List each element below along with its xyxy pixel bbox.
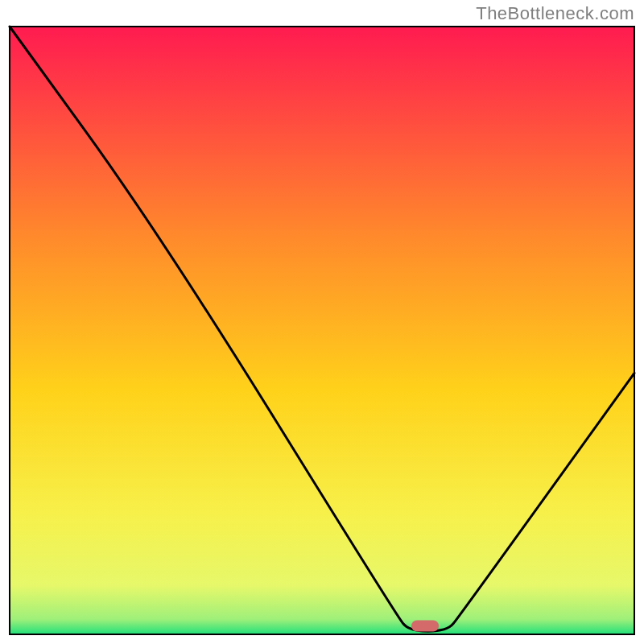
optimal-marker xyxy=(411,620,439,631)
chart-container: TheBottleneck.com xyxy=(0,0,644,644)
watermark-text: TheBottleneck.com xyxy=(476,3,634,24)
chart-svg xyxy=(0,0,644,644)
plot-background xyxy=(10,27,634,634)
